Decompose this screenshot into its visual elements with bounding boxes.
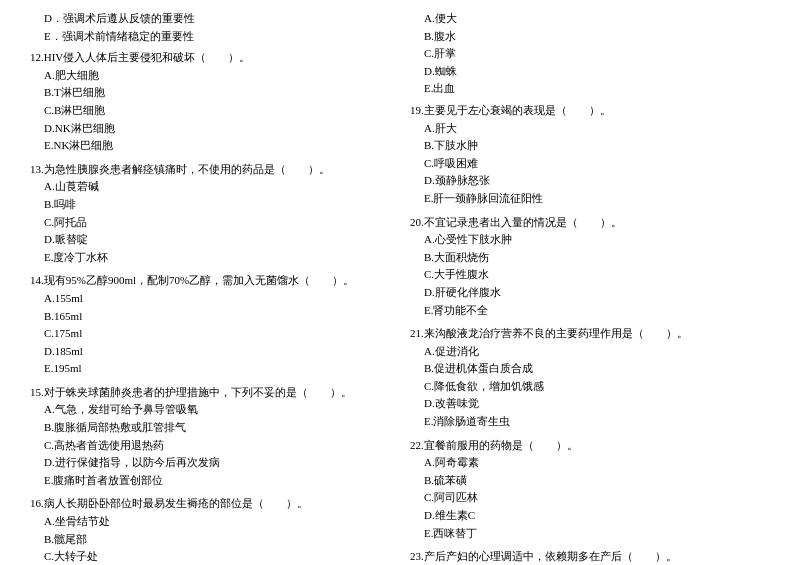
q21-title: 21.来沟酸液龙治疗营养不良的主要药理作用是（ ）。 (410, 325, 770, 343)
q19-b: B.下肢水肿 (410, 137, 770, 155)
q13-c: C.阿托品 (30, 214, 390, 232)
question-12: 12.HIV侵入人体后主要侵犯和破坏（ ）。 A.肥大细胞 B.T淋巴细胞 C.… (30, 49, 390, 155)
question-16: 16.病人长期卧卧部位时最易发生褥疮的部位是（ ）。 A.坐骨结节处 B.髋尾部… (30, 495, 390, 565)
question-15: 15.对于蛛夹球菌肺炎患者的护理措施中，下列不妥的是（ ）。 A.气急，发绀可给… (30, 384, 390, 490)
q14-d: D.185ml (30, 343, 390, 361)
right-column: A.便大 B.腹水 C.肝掌 D.蜘蛛 E.出血 19.主要见于左心衰竭的表现是… (410, 10, 770, 565)
right-top-opt-e: E.出血 (410, 80, 770, 98)
q15-title: 15.对于蛛夹球菌肺炎患者的护理措施中，下列不妥的是（ ）。 (30, 384, 390, 402)
q20-a: A.心受性下肢水肿 (410, 231, 770, 249)
q23-title: 23.产后产妇的心理调适中，依赖期多在产后（ ）。 (410, 548, 770, 565)
q20-title: 20.不宜记录患者出入量的情况是（ ）。 (410, 214, 770, 232)
right-top-opt-b: B.腹水 (410, 28, 770, 46)
q22-b: B.硫苯磺 (410, 472, 770, 490)
q19-c: C.呼吸困难 (410, 155, 770, 173)
q20-c: C.大手性腹水 (410, 266, 770, 284)
q21-d: D.改善味觉 (410, 395, 770, 413)
q12-a: A.肥大细胞 (30, 67, 390, 85)
q22-e: E.西咪替丁 (410, 525, 770, 543)
q21-a: A.促进消化 (410, 343, 770, 361)
q14-title: 14.现有95%乙醇900ml，配制70%乙醇，需加入无菌馏水（ ）。 (30, 272, 390, 290)
question-13: 13.为急性胰腺炎患者解痉镇痛时，不使用的药品是（ ）。 A.山莨菪碱 B.吗啡… (30, 161, 390, 267)
q21-b: B.促进机体蛋白质合成 (410, 360, 770, 378)
q22-a: A.阿奇霉素 (410, 454, 770, 472)
question-14: 14.现有95%乙醇900ml，配制70%乙醇，需加入无菌馏水（ ）。 A.15… (30, 272, 390, 378)
q15-d: D.进行保健指导，以防今后再次发病 (30, 454, 390, 472)
right-top-opt-a: A.便大 (410, 10, 770, 28)
q19-e: E.肝一颈静脉回流征阳性 (410, 190, 770, 208)
q13-e: E.度冷丁水杯 (30, 249, 390, 267)
q20-e: E.肾功能不全 (410, 302, 770, 320)
left-top-opt-d: D．强调术后遵从反馈的重要性 (30, 10, 390, 28)
q13-b: B.吗啡 (30, 196, 390, 214)
q14-e: E.195ml (30, 360, 390, 378)
q12-d: D.NK淋巴细胞 (30, 120, 390, 138)
q12-b: B.T淋巴细胞 (30, 84, 390, 102)
q19-title: 19.主要见于左心衰竭的表现是（ ）。 (410, 102, 770, 120)
question-22: 22.宜餐前服用的药物是（ ）。 A.阿奇霉素 B.硫苯磺 C.阿司匹林 D.维… (410, 437, 770, 543)
q20-b: B.大面积烧伤 (410, 249, 770, 267)
question-20: 20.不宜记录患者出入量的情况是（ ）。 A.心受性下肢水肿 B.大面积烧伤 C… (410, 214, 770, 320)
top-options-right: A.便大 B.腹水 C.肝掌 D.蜘蛛 E.出血 (410, 10, 770, 98)
q14-c: C.175ml (30, 325, 390, 343)
question-21: 21.来沟酸液龙治疗营养不良的主要药理作用是（ ）。 A.促进消化 B.促进机体… (410, 325, 770, 431)
top-options-left: D．强调术后遵从反馈的重要性 E．强调术前情绪稳定的重要性 (30, 10, 390, 45)
q16-c: C.大转子处 (30, 548, 390, 565)
q14-a: A.155ml (30, 290, 390, 308)
q15-e: E.腹痛时首者放置创部位 (30, 472, 390, 490)
q13-d: D.哌替啶 (30, 231, 390, 249)
q19-d: D.颈静脉怒张 (410, 172, 770, 190)
q13-title: 13.为急性胰腺炎患者解痉镇痛时，不使用的药品是（ ）。 (30, 161, 390, 179)
right-top-opt-c: C.肝掌 (410, 45, 770, 63)
q16-title: 16.病人长期卧卧部位时最易发生褥疮的部位是（ ）。 (30, 495, 390, 513)
two-column-layout: D．强调术后遵从反馈的重要性 E．强调术前情绪稳定的重要性 12.HIV侵入人体… (30, 10, 770, 565)
question-23: 23.产后产妇的心理调适中，依赖期多在产后（ ）。 A.24小时内 B.1～3d… (410, 548, 770, 565)
q13-a: A.山莨菪碱 (30, 178, 390, 196)
q22-title: 22.宜餐前服用的药物是（ ）。 (410, 437, 770, 455)
q20-d: D.肝硬化伴腹水 (410, 284, 770, 302)
q12-c: C.B淋巴细胞 (30, 102, 390, 120)
right-top-opt-d: D.蜘蛛 (410, 63, 770, 81)
q12-title: 12.HIV侵入人体后主要侵犯和破坏（ ）。 (30, 49, 390, 67)
left-top-opt-e: E．强调术前情绪稳定的重要性 (30, 28, 390, 46)
q22-c: C.阿司匹林 (410, 489, 770, 507)
left-column: D．强调术后遵从反馈的重要性 E．强调术前情绪稳定的重要性 12.HIV侵入人体… (30, 10, 390, 565)
page: D．强调术后遵从反馈的重要性 E．强调术前情绪稳定的重要性 12.HIV侵入人体… (30, 10, 770, 565)
q21-e: E.消除肠道寄生虫 (410, 413, 770, 431)
q15-c: C.高热者首选使用退热药 (30, 437, 390, 455)
q22-d: D.维生素C (410, 507, 770, 525)
q12-e: E.NK淋巴细胞 (30, 137, 390, 155)
q15-b: B.腹胀循局部热敷或肛管排气 (30, 419, 390, 437)
q21-c: C.降低食欲，增加饥饿感 (410, 378, 770, 396)
q16-a: A.坐骨结节处 (30, 513, 390, 531)
question-19: 19.主要见于左心衰竭的表现是（ ）。 A.肝大 B.下肢水肿 C.呼吸困难 D… (410, 102, 770, 208)
q15-a: A.气急，发绀可给予鼻导管吸氧 (30, 401, 390, 419)
q19-a: A.肝大 (410, 120, 770, 138)
q16-b: B.髋尾部 (30, 531, 390, 549)
q14-b: B.165ml (30, 308, 390, 326)
